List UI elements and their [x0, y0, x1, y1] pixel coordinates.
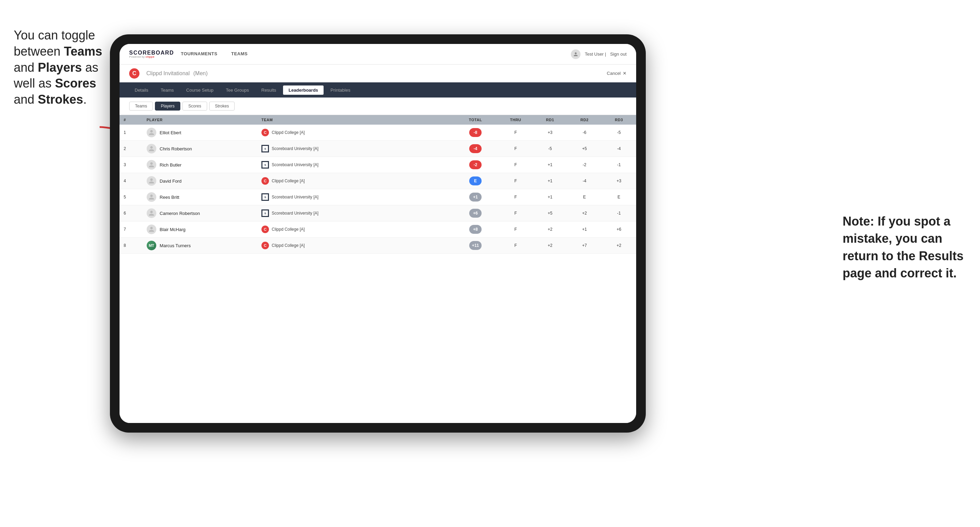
col-team: TEAM — [257, 115, 452, 125]
rd2-cell: +7 — [567, 238, 601, 254]
sign-out-link[interactable]: Sign out — [610, 51, 627, 57]
player-cell: Blair McHarg — [143, 221, 257, 238]
rd1-cell: +1 — [533, 173, 567, 189]
rank-cell: 2 — [119, 141, 143, 157]
rank-cell: 3 — [119, 157, 143, 173]
rd2-cell: +5 — [567, 141, 601, 157]
team-name: Clippd College [A] — [272, 130, 305, 135]
rd2-cell: -4 — [567, 173, 601, 189]
tab-course-setup[interactable]: Course Setup — [181, 86, 219, 95]
score-badge: E — [469, 176, 482, 186]
avatar — [147, 208, 156, 218]
player-name: Blair McHarg — [160, 227, 186, 232]
team-cell: CClippd College [A] — [257, 173, 452, 189]
player-name: Rich Butler — [160, 162, 182, 168]
leaderboard-table: # PLAYER TEAM TOTAL THRU RD1 RD2 RD3 1El… — [119, 115, 636, 254]
team-logo: C — [261, 242, 269, 249]
toggle-players-button[interactable]: Players — [155, 102, 180, 111]
rank-cell: 5 — [119, 189, 143, 205]
team-cell: SScoreboard University [A] — [257, 189, 452, 205]
player-name: Rees Britt — [160, 195, 179, 200]
rd3-cell: -4 — [602, 141, 636, 157]
total-cell: E — [452, 173, 498, 189]
rd1-cell: +2 — [533, 238, 567, 254]
col-thru: THRU — [498, 115, 533, 125]
rd3-cell: +2 — [602, 238, 636, 254]
logo-main-text: SCOREBOARD — [129, 50, 174, 56]
total-cell: -8 — [452, 125, 498, 141]
rd2-cell: +2 — [567, 205, 601, 221]
avatar — [147, 225, 156, 234]
scoreboard-logo: SCOREBOARD Powered by clippd — [129, 50, 174, 58]
tab-teams[interactable]: Teams — [155, 86, 179, 95]
team-cell: CClippd College [A] — [257, 238, 452, 254]
table-row: 3Rich ButlerSScoreboard University [A]-2… — [119, 157, 636, 173]
team-name: Scoreboard University [A] — [272, 195, 318, 200]
total-cell: +1 — [452, 189, 498, 205]
player-cell: David Ford — [143, 173, 257, 189]
nav-links: TOURNAMENTS TEAMS — [174, 44, 571, 65]
rank-cell: 4 — [119, 173, 143, 189]
nav-teams[interactable]: TEAMS — [224, 44, 255, 65]
thru-cell: F — [498, 125, 533, 141]
team-cell: CClippd College [A] — [257, 125, 452, 141]
toggle-teams-button[interactable]: Teams — [129, 102, 153, 111]
tab-results[interactable]: Results — [256, 86, 282, 95]
team-name: Scoreboard University [A] — [272, 162, 318, 167]
score-badge: +1 — [469, 193, 482, 202]
rd3-cell: E — [602, 189, 636, 205]
logo-brand-text: clippd — [146, 55, 154, 58]
rd1-cell: -5 — [533, 141, 567, 157]
player-cell: MTMarcus Turners — [143, 238, 257, 254]
tournament-title: Clippd Invitational (Men) — [144, 70, 607, 76]
rank-cell: 7 — [119, 221, 143, 238]
avatar — [147, 160, 156, 170]
player-name: Cameron Robertson — [160, 211, 200, 216]
table-row: 5Rees BrittSScoreboard University [A]+1F… — [119, 189, 636, 205]
nav-right: Test User | Sign out — [571, 49, 627, 59]
score-badge: +8 — [469, 225, 482, 234]
tournament-subtitle: (Men) — [193, 70, 208, 76]
rank-cell: 8 — [119, 238, 143, 254]
toggle-strokes-button[interactable]: Strokes — [209, 102, 235, 111]
rd3-cell: -1 — [602, 157, 636, 173]
teams-bold: Teams — [64, 44, 102, 58]
avatar — [147, 192, 156, 202]
rd1-cell: +1 — [533, 189, 567, 205]
cancel-button[interactable]: Cancel ✕ — [607, 71, 627, 76]
content-area: Teams Players Scores Strokes # PLAYER TE… — [119, 97, 636, 423]
thru-cell: F — [498, 238, 533, 254]
tab-printables[interactable]: Printables — [325, 86, 356, 95]
team-name: Scoreboard University [A] — [272, 211, 318, 216]
rd2-cell: E — [567, 189, 601, 205]
thru-cell: F — [498, 173, 533, 189]
tab-leaderboards[interactable]: Leaderboards — [283, 86, 324, 95]
tablet-frame: SCOREBOARD Powered by clippd TOURNAMENTS… — [110, 34, 646, 433]
thru-cell: F — [498, 189, 533, 205]
col-rd1: RD1 — [533, 115, 567, 125]
nav-tournaments[interactable]: TOURNAMENTS — [174, 44, 224, 65]
team-logo: C — [261, 129, 269, 136]
team-cell: CClippd College [A] — [257, 221, 452, 238]
col-rd2: RD2 — [567, 115, 601, 125]
table-row: 4David FordCClippd College [A]EF+1-4+3 — [119, 173, 636, 189]
avatar — [147, 144, 156, 154]
thru-cell: F — [498, 221, 533, 238]
right-annotation: Note: If you spot a mistake, you can ret… — [843, 213, 966, 282]
toggle-scores-button[interactable]: Scores — [182, 102, 207, 111]
tab-details[interactable]: Details — [129, 86, 154, 95]
scores-bold: Scores — [55, 76, 96, 90]
rd3-cell: -1 — [602, 205, 636, 221]
total-cell: -4 — [452, 141, 498, 157]
col-player: PLAYER — [143, 115, 257, 125]
player-cell: Rees Britt — [143, 189, 257, 205]
total-cell: +11 — [452, 238, 498, 254]
thru-cell: F — [498, 157, 533, 173]
table-row: 7Blair McHargCClippd College [A]+8F+2+1+… — [119, 221, 636, 238]
rd2-cell: +1 — [567, 221, 601, 238]
player-name: Chris Robertson — [160, 146, 192, 151]
tournament-logo: C — [129, 68, 140, 79]
tab-tee-groups[interactable]: Tee Groups — [221, 86, 255, 95]
team-logo: S — [261, 193, 269, 201]
note-bold: Note: If you spot a mistake, you can ret… — [843, 214, 964, 280]
